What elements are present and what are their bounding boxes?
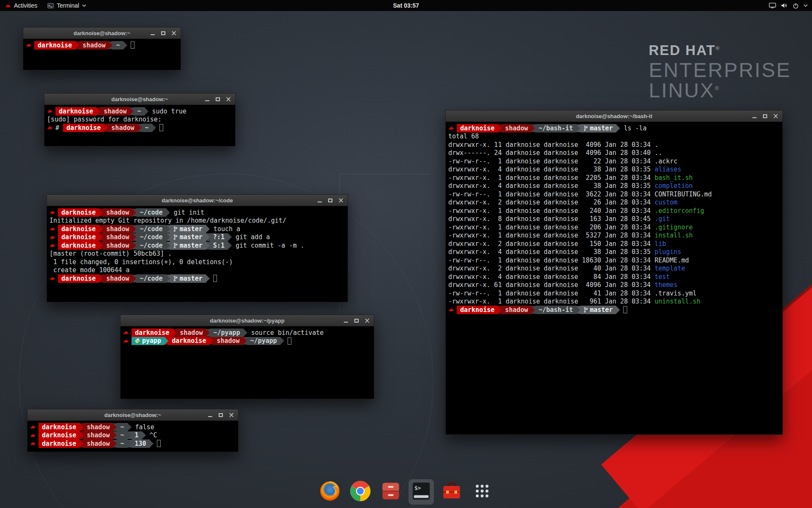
window-title: darknoise@shadow:~/bash-it (446, 113, 782, 119)
terminal-content[interactable]: darknoiseshadow~ (23, 39, 181, 52)
power-icon[interactable] (793, 3, 799, 9)
close-button[interactable]: × (337, 197, 344, 204)
dock-item-toolbox[interactable] (439, 479, 464, 505)
file-meta: -rw-rw-r--. 1 darknoise darknoise 3622 J… (448, 190, 655, 198)
firefox-icon (319, 480, 341, 504)
terminal-window[interactable]: darknoise@shadow:~/code×darknoiseshadow~… (47, 194, 348, 302)
window-titlebar[interactable]: darknoise@shadow:~/code× (47, 195, 348, 206)
maximize-button[interactable] (217, 411, 224, 418)
terminal-content[interactable]: darknoiseshadow~/bash-itmaster ls -latot… (446, 122, 782, 316)
file-name: themes (655, 281, 678, 289)
dock: $> (317, 479, 495, 505)
powerline-arrow (99, 233, 103, 241)
powerline-arrow (531, 124, 535, 132)
powerline-arrow (75, 41, 79, 49)
segment-text: 1 (135, 431, 139, 439)
file-name: test (655, 273, 670, 281)
segment-text: ~ (145, 124, 149, 132)
close-button[interactable]: × (364, 317, 370, 324)
terminal-line: drwxrwxr-x. 4 darknoise darknoise 38 Jan… (448, 182, 780, 190)
terminal-line: [sudo] password for darknoise: (47, 116, 233, 124)
terminal-line: drwx------. 24 darknoise darknoise 4096 … (448, 149, 780, 157)
redhat-prompt-icon (47, 109, 53, 113)
prompt-user-segment: darknoise (34, 41, 75, 50)
minimize-button[interactable] (316, 197, 323, 204)
powerline-arrow (132, 275, 136, 282)
app-menu-terminal[interactable]: Terminal (42, 0, 91, 11)
terminal-content[interactable]: darknoiseshadow~ sudo true[sudo] passwor… (44, 105, 235, 134)
terminal-line: darknoiseshadow~1 ^C (30, 431, 236, 440)
terminal-content[interactable]: darknoiseshadow~/pyapp source bin/activa… (121, 326, 374, 347)
activities-button[interactable]: Activities (0, 0, 42, 11)
powerline-arrow (123, 41, 127, 49)
prompt-host-segment: shadow (103, 274, 132, 283)
file-meta: drwxrwxr-x. 11 darknoise darknoise 4096 … (448, 141, 655, 149)
powerline-arrow (206, 329, 210, 337)
terminal-line: drwxrwxr-x. 2 darknoise darknoise 26 Jan… (448, 199, 780, 207)
volume-icon[interactable] (781, 3, 788, 8)
maximize-button[interactable] (160, 30, 167, 36)
terminal-window[interactable]: darknoise@shadow:~/bash-it×darknoiseshad… (445, 110, 783, 435)
close-button[interactable]: × (228, 411, 235, 418)
maximize-button[interactable] (762, 113, 768, 119)
redhat-prompt-icon (448, 307, 454, 312)
system-status-area[interactable] (769, 0, 812, 11)
dock-item-chrome[interactable] (348, 479, 373, 505)
minimize-button[interactable] (149, 30, 156, 36)
maximize-button[interactable] (214, 96, 221, 102)
chevron-down-icon[interactable] (804, 4, 808, 7)
terminal-line: darknoiseshadow~/codemaster?:1 git add a (49, 233, 345, 242)
terminal-content[interactable]: darknoiseshadow~/code git initInitialize… (47, 206, 348, 285)
terminal-window[interactable]: darknoise@shadow:~×darknoiseshadow~ sudo… (44, 93, 236, 146)
desktop: RED HAT® ENTERPRISE LINUX® darknoise@sha… (0, 0, 812, 508)
terminal-window[interactable]: darknoise@shadow:~×darknoiseshadow~ (23, 27, 181, 70)
display-icon[interactable] (769, 3, 776, 8)
prompt-host-segment: shadow (100, 107, 130, 116)
dock-item-app-grid[interactable] (469, 479, 495, 505)
redhat-prompt-icon (123, 330, 129, 335)
minimize-button[interactable] (207, 411, 214, 418)
powerline-arrow (228, 242, 232, 249)
terminal-line: drwxrwxr-x. 11 darknoise darknoise 4096 … (448, 141, 780, 149)
window-titlebar[interactable]: darknoise@shadow:~× (44, 94, 235, 105)
close-button[interactable]: × (225, 96, 232, 102)
terminal-line: drwxrwxr-x. 61 darknoise darknoise 4096 … (448, 281, 780, 290)
redhat-prompt-icon (26, 43, 32, 47)
clock[interactable]: Sat 03:57 (393, 2, 419, 9)
maximize-button[interactable] (353, 317, 360, 324)
file-name: .. (655, 149, 662, 157)
minimize-button[interactable] (343, 317, 349, 324)
file-name: .git (655, 215, 670, 223)
prompt-host-segment: shadow (176, 329, 206, 337)
window-titlebar[interactable]: darknoise@shadow:~/pyapp× (121, 315, 374, 326)
window-titlebar[interactable]: darknoise@shadow:~× (27, 409, 238, 421)
minimize-button[interactable] (204, 96, 211, 102)
terminal-window[interactable]: darknoise@shadow:~×darknoiseshadow~ fals… (27, 409, 239, 452)
terminal-line: pyappdarknoiseshadow~/pyapp (123, 337, 371, 345)
terminal-line: # darknoiseshadow~ (47, 124, 233, 132)
segment-text: darknoise (460, 124, 494, 132)
terminal-content[interactable]: darknoiseshadow~ falsedarknoiseshadow~1 … (27, 421, 238, 450)
close-button[interactable]: × (170, 30, 177, 36)
terminal-window[interactable]: darknoise@shadow:~/pyapp×darknoiseshadow… (120, 315, 374, 399)
maximize-button[interactable] (327, 197, 334, 204)
terminal-text: total 68 (448, 133, 479, 140)
prompt-git-segment: master (170, 241, 206, 250)
terminal-line: -rw-rw-r--. 1 darknoise darknoise 41 Jan… (448, 289, 780, 298)
window-titlebar[interactable]: darknoise@shadow:~× (23, 28, 181, 39)
terminal-line: -rwxrwxr-x. 1 darknoise darknoise 5327 J… (448, 232, 780, 240)
dock-item-files[interactable] (378, 479, 403, 505)
prompt-host-segment: shadow (83, 439, 113, 448)
window-titlebar[interactable]: darknoise@shadow:~/bash-it× (446, 110, 782, 122)
svg-text:$>: $> (414, 485, 421, 491)
prompt-path-segment: ~/code (136, 208, 166, 217)
file-meta: drwxrwxr-x. 4 darknoise darknoise 38 Jan… (448, 166, 655, 173)
dock-item-terminal[interactable]: $> (409, 479, 434, 505)
minimize-button[interactable] (751, 113, 758, 119)
dock-item-firefox[interactable] (317, 479, 343, 505)
segment-text: pyapp (142, 337, 161, 345)
terminal-text: [sudo] password for darknoise: (47, 116, 162, 123)
close-button[interactable]: × (772, 113, 779, 119)
terminal-line: darknoiseshadow~130 (30, 439, 236, 448)
toolbox-icon (441, 480, 463, 504)
